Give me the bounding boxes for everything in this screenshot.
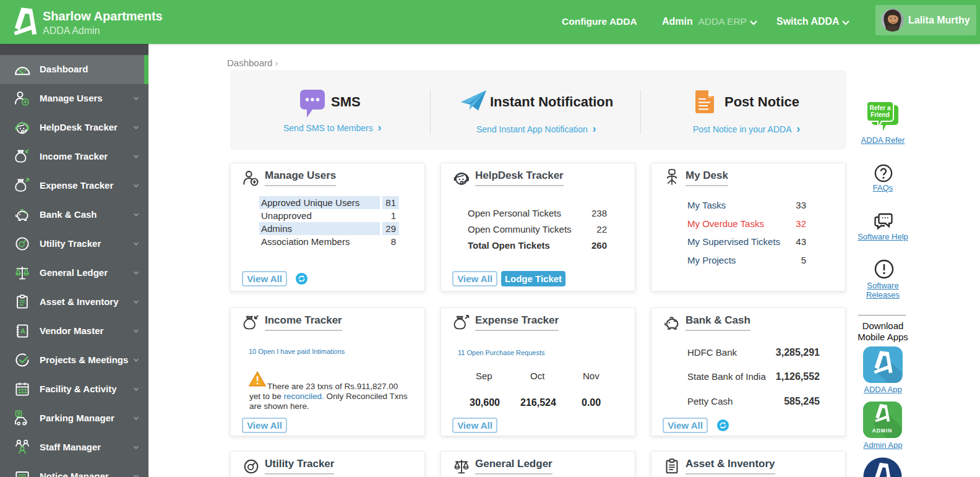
svg-text:Refer a: Refer a xyxy=(870,105,891,111)
svg-text:A: A xyxy=(20,327,25,335)
svg-text:ADMIN: ADMIN xyxy=(872,428,893,434)
svg-text:Friend: Friend xyxy=(870,111,890,118)
